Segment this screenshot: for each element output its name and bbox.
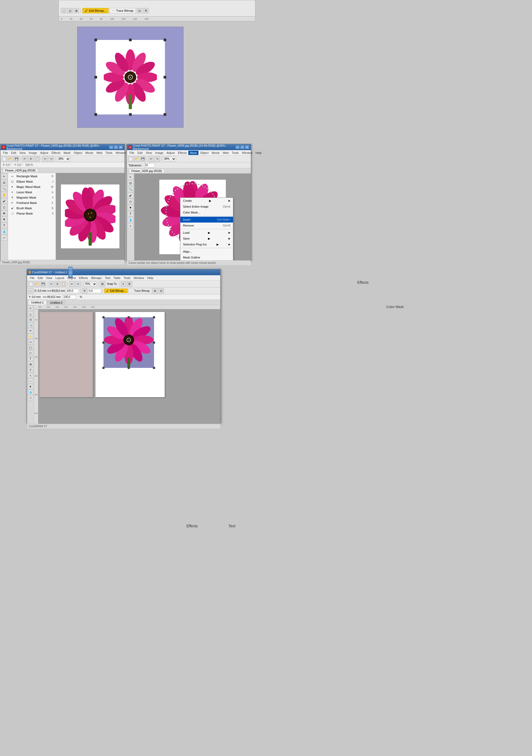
cd-handle-tm[interactable]: [128, 316, 130, 318]
tool-crop[interactable]: ⊡: [1, 180, 7, 185]
cd-tool-parallel[interactable]: //: [28, 367, 33, 372]
r-tool-crop[interactable]: ⊡: [128, 180, 134, 186]
cd-menu-window[interactable]: Window: [132, 276, 146, 280]
menu-tools[interactable]: Tools: [104, 151, 114, 155]
r-menu-help[interactable]: Help: [254, 151, 263, 155]
menu-movie[interactable]: Movie: [84, 151, 95, 155]
trace-bitmap-button[interactable]: ⋯ Trace Bitmap: [110, 8, 136, 14]
mask-magnetic[interactable]: ⚲ Magnetic Mask 4: [8, 195, 56, 200]
selection-handle-tl[interactable]: [94, 39, 97, 41]
undo-icon[interactable]: ↩: [42, 156, 48, 162]
cd-handle-bm[interactable]: [128, 367, 130, 369]
menu-image[interactable]: Image: [27, 151, 38, 155]
copy-icon[interactable]: ⎘: [28, 156, 34, 162]
dd-create[interactable]: Create ▶: [180, 198, 233, 203]
r-new-icon[interactable]: 📄: [128, 156, 133, 162]
pp-right-close[interactable]: ✕: [245, 145, 249, 149]
r-menu-view[interactable]: View: [144, 151, 154, 155]
dd-save[interactable]: Save ▶: [180, 235, 233, 241]
menu-adjust[interactable]: Adjust: [38, 151, 50, 155]
cd-menu-file[interactable]: File: [28, 276, 36, 280]
tool-paint[interactable]: 🖌: [1, 198, 7, 204]
r-tool-plus[interactable]: +: [128, 223, 134, 229]
cd-tool-ellipse[interactable]: ◯: [28, 345, 33, 350]
dd-select-entire[interactable]: Select Entire Image Ctrl+A: [180, 203, 233, 209]
cd-handle-mr[interactable]: [153, 341, 155, 344]
r-menu-file[interactable]: File: [128, 151, 136, 155]
menu-file[interactable]: File: [2, 151, 10, 155]
cd-trace-bitmap-btn[interactable]: ⋯ Trace Bitmap: [129, 288, 152, 293]
tool-fill[interactable]: ▼: [1, 216, 7, 222]
cd-edit-bitmap-btn[interactable]: 🖊 Edit Bitmap...: [104, 288, 127, 293]
r-tool-zoom[interactable]: 🔍: [128, 186, 134, 192]
r-menu-web[interactable]: Web: [221, 151, 230, 155]
cd-menu-edit[interactable]: Edit: [36, 276, 44, 280]
menu-window[interactable]: Window: [114, 151, 127, 155]
cut-icon[interactable]: ✂: [22, 156, 27, 162]
new-icon[interactable]: 📄: [2, 156, 7, 162]
tool-erase[interactable]: ◻: [1, 204, 7, 210]
r-undo-icon[interactable]: ↩: [148, 156, 154, 162]
r-save-icon[interactable]: 💾: [140, 156, 145, 162]
r-menu-window[interactable]: Window: [240, 151, 254, 155]
zoom-select[interactable]: 38%: [57, 156, 70, 161]
r-tool-text[interactable]: T: [128, 211, 134, 217]
paste-icon[interactable]: 📋: [34, 156, 39, 162]
selection-handle-tm[interactable]: [129, 39, 132, 41]
cd-save-icon[interactable]: 💾: [40, 282, 46, 287]
dd-color-mask[interactable]: Color Mask...: [180, 209, 233, 215]
cd-redo-icon[interactable]: ↪: [75, 282, 81, 287]
toolbar-icon-2[interactable]: ◫: [67, 8, 73, 13]
redo-icon[interactable]: ↪: [49, 156, 54, 162]
cd-align-l[interactable]: ≡: [121, 282, 126, 287]
cd-new-icon[interactable]: 📄: [28, 282, 34, 287]
cd-tb2-icon1[interactable]: ←: [28, 288, 34, 294]
r-open-icon[interactable]: 📂: [134, 156, 139, 162]
cd-tool-shape[interactable]: △: [28, 311, 33, 316]
r-menu-object[interactable]: Object: [198, 151, 210, 155]
edit-bitmap-button[interactable]: 🖊 Edit Bitmap...: [83, 8, 109, 13]
cd-paste-icon[interactable]: 📋: [61, 282, 66, 287]
cd-menu-bitmaps[interactable]: Bitmaps: [89, 276, 104, 280]
dd-invert[interactable]: Invert Ctrl+Shift+I: [180, 217, 233, 223]
r-tool-erase[interactable]: ◻: [128, 199, 134, 204]
r-tool-paint[interactable]: 🖌: [128, 193, 134, 198]
r-menu-effects[interactable]: Effects: [176, 151, 188, 155]
cd-menu-object[interactable]: Object: [66, 276, 77, 280]
cd-tool-crop[interactable]: ⊡: [28, 317, 33, 322]
cd-align-c[interactable]: ☰: [127, 282, 132, 287]
selection-handle-bl[interactable]: [94, 113, 97, 116]
maximize-button[interactable]: □: [114, 145, 118, 149]
cd-menu-effects[interactable]: Effects: [77, 276, 89, 280]
tool-clone[interactable]: ⊕: [1, 210, 7, 216]
selection-handle-tr[interactable]: [164, 39, 166, 41]
r-menu-mask[interactable]: Mask: [188, 151, 198, 155]
cd-angle-input[interactable]: [88, 289, 101, 293]
toolbar-icon-3[interactable]: ⊞: [74, 8, 79, 13]
tool-arrow[interactable]: ↖: [1, 174, 7, 179]
cd-menu-tools[interactable]: Tools: [122, 276, 132, 280]
dd-load[interactable]: Load ▶: [180, 230, 233, 235]
mask-magic-wand[interactable]: ✦ Magic Wand Mask W: [8, 184, 56, 190]
cd-handle-bl[interactable]: [102, 367, 105, 369]
cd-tb2-icon2[interactable]: ⧉: [152, 288, 158, 294]
open-icon[interactable]: 📂: [8, 156, 13, 162]
pp-right-tab-active[interactable]: Flower_HDR.jpg (RGB): [129, 169, 165, 173]
tool-text[interactable]: T: [1, 223, 7, 229]
dd-mask-outline[interactable]: Mask Outline: [180, 255, 233, 260]
dd-remove[interactable]: Remove Ctrl+R: [180, 223, 233, 229]
menu-effects-left[interactable]: Effects: [50, 151, 62, 155]
tolerance-input[interactable]: [144, 163, 155, 168]
r-tool-fill[interactable]: ▼: [128, 205, 134, 210]
cd-menu-view[interactable]: View: [44, 276, 54, 280]
selection-handle-br[interactable]: [164, 113, 166, 116]
cd-tool-interactive[interactable]: ⊹: [28, 395, 33, 400]
pp-left-tab-active[interactable]: Flower_HDR.jpg (RGB): [3, 168, 38, 172]
cd-cut-icon[interactable]: ✂: [49, 282, 54, 287]
cd-tb2-icon3[interactable]: ⊡: [159, 288, 164, 294]
mask-freehand[interactable]: ✏ Freehand Mask K: [8, 200, 56, 205]
save-icon[interactable]: 💾: [14, 156, 19, 162]
r-menu-movie[interactable]: Movie: [210, 151, 221, 155]
r-tool-eyedrop[interactable]: 💧: [128, 217, 134, 223]
cd-menu-table[interactable]: Table: [112, 276, 122, 280]
